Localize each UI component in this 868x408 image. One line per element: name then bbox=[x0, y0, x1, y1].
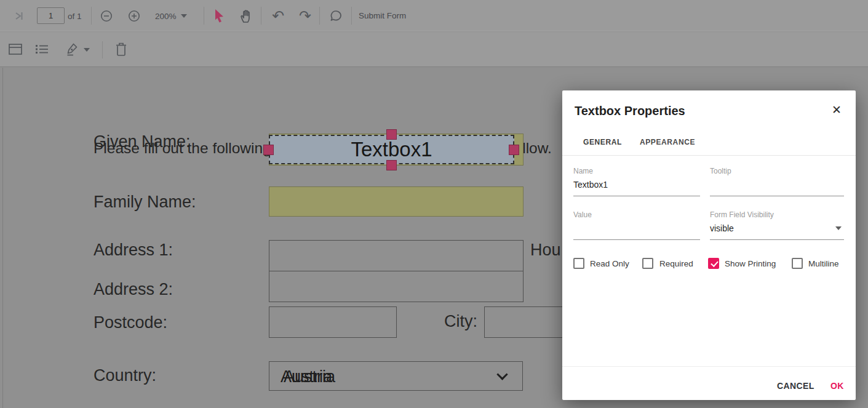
toolbar-divider bbox=[261, 7, 261, 25]
zoom-in-icon[interactable] bbox=[127, 9, 141, 23]
page-edge bbox=[2, 68, 3, 408]
comment-icon[interactable] bbox=[328, 8, 344, 24]
chevron-down-icon[interactable] bbox=[496, 369, 508, 380]
close-icon[interactable]: ✕ bbox=[832, 103, 842, 117]
tab-general[interactable]: GENERAL bbox=[583, 138, 622, 146]
hand-tool-icon[interactable] bbox=[239, 8, 253, 24]
checkbox-show-printing-label: Show Printing bbox=[725, 259, 776, 268]
tab-divider bbox=[562, 155, 856, 156]
widget-text: Textbox1 bbox=[351, 138, 432, 161]
form-field-country[interactable]: Austria Austria bbox=[269, 361, 523, 391]
form-field-address2[interactable] bbox=[269, 271, 524, 302]
tooltip-field-label: Tooltip bbox=[710, 167, 731, 175]
checkbox-read-only[interactable] bbox=[573, 258, 584, 269]
resize-handle-bottom[interactable] bbox=[386, 160, 397, 170]
zoom-out-icon[interactable] bbox=[100, 9, 113, 23]
checkbox-multiline-label: Multiline bbox=[808, 259, 839, 268]
ok-button[interactable]: OK bbox=[830, 381, 844, 391]
toolbar-divider bbox=[102, 41, 103, 58]
textbox-properties-dialog: Textbox Properties ✕ GENERAL APPEARANCE … bbox=[562, 90, 856, 400]
sidebar-toggle-icon[interactable] bbox=[12, 9, 26, 23]
form-field-postcode[interactable] bbox=[269, 306, 397, 338]
checkbox-required[interactable] bbox=[642, 258, 653, 269]
ink-signature-tool-icon[interactable] bbox=[65, 41, 79, 57]
clipped-text-house: Hou bbox=[530, 241, 561, 260]
pointer-tool-icon[interactable] bbox=[212, 8, 226, 24]
annotation-toolbar bbox=[0, 32, 868, 67]
footer-divider bbox=[562, 366, 856, 367]
visibility-field-label: Form Field Visibility bbox=[710, 210, 774, 219]
label-family-name: Family Name: bbox=[94, 193, 196, 212]
page-count-label: of 1 bbox=[68, 11, 82, 21]
label-city: City: bbox=[444, 312, 477, 331]
name-field-value[interactable]: Textbox1 bbox=[573, 180, 608, 190]
label-address1: Address 1: bbox=[94, 241, 173, 260]
visibility-select[interactable]: visible bbox=[710, 223, 734, 233]
toolbar-divider bbox=[91, 7, 92, 25]
visibility-field-underline bbox=[710, 239, 844, 240]
chevron-down-icon[interactable] bbox=[181, 14, 187, 18]
checkbox-show-printing[interactable] bbox=[708, 258, 719, 269]
checkbox-required-label: Required bbox=[659, 259, 693, 268]
checkbox-multiline[interactable] bbox=[792, 258, 803, 269]
tooltip-field-underline bbox=[710, 196, 844, 196]
label-postcode: Postcode: bbox=[94, 313, 167, 332]
submit-form-button[interactable]: Submit Form bbox=[359, 10, 406, 20]
value-field-label: Value bbox=[573, 210, 592, 219]
form-field-address1[interactable] bbox=[269, 240, 524, 271]
list-tool-icon[interactable] bbox=[34, 42, 49, 56]
name-field-underline bbox=[573, 196, 700, 196]
undo-icon[interactable]: ↶ bbox=[269, 7, 287, 25]
app-window: of 1 200% ↶ ↷ Submit Form bbox=[0, 0, 868, 408]
redo-icon[interactable]: ↷ bbox=[297, 7, 314, 25]
form-field-family-name[interactable] bbox=[269, 186, 524, 217]
value-field-underline bbox=[573, 239, 700, 240]
toolbar-divider bbox=[204, 7, 204, 25]
page-number-input[interactable] bbox=[37, 7, 65, 24]
tab-appearance[interactable]: APPEARANCE bbox=[640, 138, 695, 146]
toolbar-divider bbox=[351, 7, 352, 25]
checkbox-read-only-label: Read Only bbox=[590, 259, 629, 268]
main-toolbar: of 1 200% ↶ ↷ Submit Form bbox=[0, 0, 868, 31]
label-address2: Address 2: bbox=[94, 280, 173, 299]
zoom-level-dropdown[interactable]: 200% bbox=[155, 11, 177, 21]
resize-handle-top[interactable] bbox=[386, 129, 397, 140]
toolbar-divider bbox=[319, 7, 320, 25]
chevron-down-icon[interactable] bbox=[835, 226, 842, 230]
text-field-tool-icon[interactable] bbox=[8, 42, 23, 56]
label-country: Country: bbox=[94, 366, 156, 385]
resize-handle-left[interactable] bbox=[263, 145, 274, 155]
cancel-button[interactable]: CANCEL bbox=[777, 381, 814, 391]
delete-icon[interactable] bbox=[114, 41, 129, 58]
name-field-label: Name bbox=[573, 167, 593, 175]
resize-handle-right[interactable] bbox=[509, 145, 519, 155]
country-value-overlap: Austria bbox=[284, 367, 335, 386]
label-given-name: Given Name: bbox=[94, 132, 191, 151]
form-field-city[interactable] bbox=[484, 306, 563, 338]
dialog-title: Textbox Properties bbox=[575, 104, 685, 118]
chevron-down-icon[interactable] bbox=[84, 48, 90, 52]
